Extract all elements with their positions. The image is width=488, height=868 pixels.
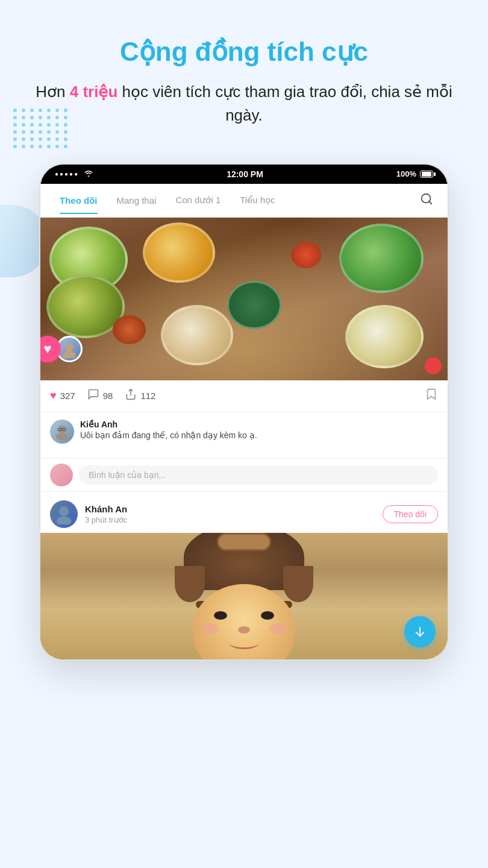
svg-line-6 <box>429 201 431 204</box>
tab-theo-doi[interactable]: Theo dõi <box>50 187 107 214</box>
heart-reaction: ♥ <box>40 336 61 362</box>
comment-item: Kiều Anh Uôi bạn đảm đang thế, có nhận d… <box>50 420 438 444</box>
status-left: ●●●●● <box>55 169 93 178</box>
fab-button[interactable] <box>404 616 436 647</box>
tab-tieu-hoc[interactable]: Tiểu học <box>230 186 284 214</box>
share-count: 112 <box>140 391 155 401</box>
bookmark-button[interactable] <box>425 388 438 404</box>
svg-point-7 <box>65 343 74 351</box>
svg-point-16 <box>57 516 71 524</box>
comment-count: 98 <box>103 391 113 401</box>
svg-line-18 <box>416 632 420 636</box>
status-right: 100% <box>396 169 433 178</box>
svg-point-11 <box>56 433 68 440</box>
wifi-icon <box>84 169 93 178</box>
nav-tabs: Theo dõi Mang thai Con dưới 1 Tiểu học <box>40 184 448 218</box>
comment-stat[interactable]: 98 <box>87 388 113 403</box>
highlight-number: 4 triệu <box>70 83 118 101</box>
heart-stat[interactable]: ♥ 327 <box>50 389 75 402</box>
svg-point-15 <box>59 506 69 516</box>
post2-author-info: Khánh An 3 phút trước <box>85 504 375 524</box>
phone-screen: ●●●●● 12:00 PM 100% Theo <box>39 163 449 661</box>
tab-con-duoi-1[interactable]: Con dưới 1 <box>166 186 230 214</box>
comment-input-row: Bình luận của bạn... <box>40 459 448 492</box>
header-section: Cộng đồng tích cực Hơn 4 triệu học viên … <box>0 0 488 139</box>
heart-count: 327 <box>60 391 75 401</box>
svg-point-8 <box>63 351 76 358</box>
commenter-avatar <box>50 420 74 444</box>
baby-post-image <box>40 533 448 659</box>
svg-point-10 <box>58 425 66 433</box>
comment-section: Kiều Anh Uôi bạn đảm đang thế, có nhận d… <box>40 412 448 459</box>
page-title: Cộng đồng tích cực <box>24 36 464 68</box>
battery-pct: 100% <box>396 169 416 178</box>
post2-author-row: Khánh An 3 phút trước Theo dõi <box>40 492 448 533</box>
comment-input[interactable]: Bình luận của bạn... <box>79 465 438 485</box>
comment-content: Kiều Anh Uôi bạn đảm đang thế, có nhận d… <box>80 420 257 440</box>
comment-icon <box>87 388 99 403</box>
subtitle-suffix: học viên tích cực tham gia trao đổi, chi… <box>117 83 452 124</box>
phone-mockup: ●●●●● 12:00 PM 100% Theo <box>0 163 488 661</box>
subtitle-prefix: Hơn <box>36 83 69 101</box>
post2-author-avatar <box>50 500 78 528</box>
input-user-avatar <box>50 464 73 486</box>
search-icon[interactable] <box>415 184 438 217</box>
notification-dot <box>425 357 442 374</box>
tab-mang-thai[interactable]: Mang thai <box>107 187 166 214</box>
subtitle: Hơn 4 triệu học viên tích cực tham gia t… <box>24 80 464 127</box>
follow-button[interactable]: Theo dõi <box>383 505 438 523</box>
heart-icon: ♥ <box>50 389 57 402</box>
share-icon <box>125 388 137 403</box>
svg-line-19 <box>420 632 424 636</box>
battery-icon <box>420 171 433 178</box>
status-time: 12:00 PM <box>227 169 263 179</box>
post2-time: 3 phút trước <box>85 515 375 524</box>
food-post-image: ♥ <box>40 218 448 380</box>
post2-author-name: Khánh An <box>85 504 375 514</box>
share-stat[interactable]: 112 <box>125 388 155 403</box>
post-stats: ♥ 327 98 112 <box>40 380 448 412</box>
commenter-name: Kiều Anh <box>80 420 257 429</box>
signal-dots: ●●●●● <box>55 171 79 177</box>
status-bar: ●●●●● 12:00 PM 100% <box>40 165 448 184</box>
comment-text: Uôi bạn đảm đang thế, có nhận dạy kèm ko… <box>80 430 257 440</box>
reaction-overlay: ♥ <box>40 336 83 362</box>
